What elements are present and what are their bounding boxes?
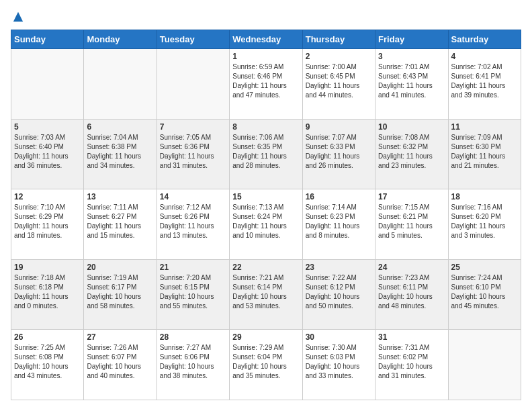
day-info: Sunrise: 7:01 AM Sunset: 6:43 PM Dayligh… xyxy=(378,62,445,100)
calendar-cell xyxy=(157,49,229,120)
day-info: Sunrise: 7:14 AM Sunset: 6:23 PM Dayligh… xyxy=(306,203,372,240)
calendar-cell: 10Sunrise: 7:08 AM Sunset: 6:32 PM Dayli… xyxy=(375,119,448,189)
day-info: Sunrise: 7:20 AM Sunset: 6:15 PM Dayligh… xyxy=(160,273,226,311)
day-info: Sunrise: 7:31 AM Sunset: 6:02 PM Dayligh… xyxy=(378,343,445,381)
day-info: Sunrise: 7:26 AM Sunset: 6:07 PM Dayligh… xyxy=(87,343,153,381)
calendar-cell: 13Sunrise: 7:11 AM Sunset: 6:27 PM Dayli… xyxy=(84,189,157,260)
day-info: Sunrise: 7:30 AM Sunset: 6:03 PM Dayligh… xyxy=(306,343,372,381)
calendar-cell: 16Sunrise: 7:14 AM Sunset: 6:23 PM Dayli… xyxy=(302,189,375,260)
calendar-table: SundayMondayTuesdayWednesdayThursdayFrid… xyxy=(11,30,521,400)
calendar-cell: 2Sunrise: 7:00 AM Sunset: 6:45 PM Daylig… xyxy=(302,49,375,120)
day-number: 10 xyxy=(378,122,445,132)
day-number: 24 xyxy=(378,263,445,272)
day-info: Sunrise: 7:05 AM Sunset: 6:36 PM Dayligh… xyxy=(160,133,226,171)
calendar-cell: 28Sunrise: 7:27 AM Sunset: 6:06 PM Dayli… xyxy=(157,330,229,400)
calendar-header-monday: Monday xyxy=(84,30,157,49)
day-number: 20 xyxy=(87,263,153,272)
logo-icon xyxy=(12,11,24,23)
day-number: 4 xyxy=(451,52,518,61)
day-info: Sunrise: 7:02 AM Sunset: 6:41 PM Dayligh… xyxy=(451,62,518,100)
calendar-header-wednesday: Wednesday xyxy=(230,30,302,49)
calendar-cell: 31Sunrise: 7:31 AM Sunset: 6:02 PM Dayli… xyxy=(375,330,448,400)
calendar-week-row: 12Sunrise: 7:10 AM Sunset: 6:29 PM Dayli… xyxy=(11,189,521,260)
day-info: Sunrise: 7:22 AM Sunset: 6:12 PM Dayligh… xyxy=(306,273,372,311)
calendar-cell xyxy=(11,49,84,120)
day-info: Sunrise: 7:18 AM Sunset: 6:18 PM Dayligh… xyxy=(14,273,81,311)
day-info: Sunrise: 7:29 AM Sunset: 6:04 PM Dayligh… xyxy=(232,343,299,381)
calendar-header-tuesday: Tuesday xyxy=(157,30,229,49)
calendar-week-row: 1Sunrise: 6:59 AM Sunset: 6:46 PM Daylig… xyxy=(11,49,521,120)
calendar-cell: 8Sunrise: 7:06 AM Sunset: 6:35 PM Daylig… xyxy=(230,119,302,189)
calendar-week-row: 5Sunrise: 7:03 AM Sunset: 6:40 PM Daylig… xyxy=(11,119,521,189)
day-number: 9 xyxy=(306,122,372,132)
day-number: 17 xyxy=(378,192,445,201)
calendar-week-row: 19Sunrise: 7:18 AM Sunset: 6:18 PM Dayli… xyxy=(11,259,521,330)
day-info: Sunrise: 7:25 AM Sunset: 6:08 PM Dayligh… xyxy=(14,343,81,381)
calendar-cell: 9Sunrise: 7:07 AM Sunset: 6:33 PM Daylig… xyxy=(302,119,375,189)
calendar-cell: 24Sunrise: 7:23 AM Sunset: 6:11 PM Dayli… xyxy=(375,259,448,330)
day-number: 25 xyxy=(451,263,518,272)
calendar-cell: 19Sunrise: 7:18 AM Sunset: 6:18 PM Dayli… xyxy=(11,259,84,330)
calendar-cell: 4Sunrise: 7:02 AM Sunset: 6:41 PM Daylig… xyxy=(448,49,521,120)
calendar-cell: 17Sunrise: 7:15 AM Sunset: 6:21 PM Dayli… xyxy=(375,189,448,260)
day-number: 6 xyxy=(87,122,153,132)
calendar-header-saturday: Saturday xyxy=(448,30,521,49)
calendar-cell: 6Sunrise: 7:04 AM Sunset: 6:38 PM Daylig… xyxy=(84,119,157,189)
day-number: 31 xyxy=(378,332,445,342)
day-number: 26 xyxy=(14,332,81,342)
day-info: Sunrise: 7:27 AM Sunset: 6:06 PM Dayligh… xyxy=(160,343,226,381)
day-number: 15 xyxy=(232,192,299,201)
day-info: Sunrise: 6:59 AM Sunset: 6:46 PM Dayligh… xyxy=(232,62,299,100)
day-number: 23 xyxy=(306,263,372,272)
calendar-cell xyxy=(448,330,521,400)
day-number: 29 xyxy=(232,332,299,342)
day-number: 14 xyxy=(160,192,226,201)
day-number: 13 xyxy=(87,192,153,201)
logo xyxy=(11,11,24,23)
day-info: Sunrise: 7:19 AM Sunset: 6:17 PM Dayligh… xyxy=(87,273,153,311)
page: SundayMondayTuesdayWednesdayThursdayFrid… xyxy=(0,0,532,411)
calendar-cell: 27Sunrise: 7:26 AM Sunset: 6:07 PM Dayli… xyxy=(84,330,157,400)
day-number: 28 xyxy=(160,332,226,342)
day-number: 21 xyxy=(160,263,226,272)
day-number: 11 xyxy=(451,122,518,132)
day-number: 5 xyxy=(14,122,81,132)
calendar-cell: 30Sunrise: 7:30 AM Sunset: 6:03 PM Dayli… xyxy=(302,330,375,400)
calendar-cell: 5Sunrise: 7:03 AM Sunset: 6:40 PM Daylig… xyxy=(11,119,84,189)
calendar-cell: 3Sunrise: 7:01 AM Sunset: 6:43 PM Daylig… xyxy=(375,49,448,120)
calendar-cell: 29Sunrise: 7:29 AM Sunset: 6:04 PM Dayli… xyxy=(230,330,302,400)
calendar-cell: 23Sunrise: 7:22 AM Sunset: 6:12 PM Dayli… xyxy=(302,259,375,330)
calendar-cell: 26Sunrise: 7:25 AM Sunset: 6:08 PM Dayli… xyxy=(11,330,84,400)
day-number: 19 xyxy=(14,263,81,272)
day-info: Sunrise: 7:24 AM Sunset: 6:10 PM Dayligh… xyxy=(451,273,518,311)
day-number: 22 xyxy=(232,263,299,272)
calendar-header-sunday: Sunday xyxy=(11,30,84,49)
day-number: 2 xyxy=(306,52,372,61)
calendar-cell: 20Sunrise: 7:19 AM Sunset: 6:17 PM Dayli… xyxy=(84,259,157,330)
calendar-cell: 12Sunrise: 7:10 AM Sunset: 6:29 PM Dayli… xyxy=(11,189,84,260)
calendar-cell: 14Sunrise: 7:12 AM Sunset: 6:26 PM Dayli… xyxy=(157,189,229,260)
calendar-cell: 18Sunrise: 7:16 AM Sunset: 6:20 PM Dayli… xyxy=(448,189,521,260)
day-info: Sunrise: 7:23 AM Sunset: 6:11 PM Dayligh… xyxy=(378,273,445,311)
day-info: Sunrise: 7:11 AM Sunset: 6:27 PM Dayligh… xyxy=(87,203,153,240)
day-info: Sunrise: 7:12 AM Sunset: 6:26 PM Dayligh… xyxy=(160,203,226,240)
day-number: 3 xyxy=(378,52,445,61)
day-info: Sunrise: 7:07 AM Sunset: 6:33 PM Dayligh… xyxy=(306,133,372,171)
calendar-cell: 7Sunrise: 7:05 AM Sunset: 6:36 PM Daylig… xyxy=(157,119,229,189)
day-info: Sunrise: 7:08 AM Sunset: 6:32 PM Dayligh… xyxy=(378,133,445,171)
day-info: Sunrise: 7:16 AM Sunset: 6:20 PM Dayligh… xyxy=(451,203,518,240)
day-number: 18 xyxy=(451,192,518,201)
calendar-week-row: 26Sunrise: 7:25 AM Sunset: 6:08 PM Dayli… xyxy=(11,330,521,400)
calendar-header-row: SundayMondayTuesdayWednesdayThursdayFrid… xyxy=(11,30,521,49)
day-number: 7 xyxy=(160,122,226,132)
day-info: Sunrise: 7:06 AM Sunset: 6:35 PM Dayligh… xyxy=(232,133,299,171)
calendar-cell: 25Sunrise: 7:24 AM Sunset: 6:10 PM Dayli… xyxy=(448,259,521,330)
day-info: Sunrise: 7:15 AM Sunset: 6:21 PM Dayligh… xyxy=(378,203,445,240)
day-info: Sunrise: 7:03 AM Sunset: 6:40 PM Dayligh… xyxy=(14,133,81,171)
day-number: 8 xyxy=(232,122,299,132)
day-number: 16 xyxy=(306,192,372,201)
calendar-cell xyxy=(84,49,157,120)
svg-marker-0 xyxy=(13,12,23,21)
day-info: Sunrise: 7:00 AM Sunset: 6:45 PM Dayligh… xyxy=(306,62,372,100)
day-info: Sunrise: 7:21 AM Sunset: 6:14 PM Dayligh… xyxy=(232,273,299,311)
